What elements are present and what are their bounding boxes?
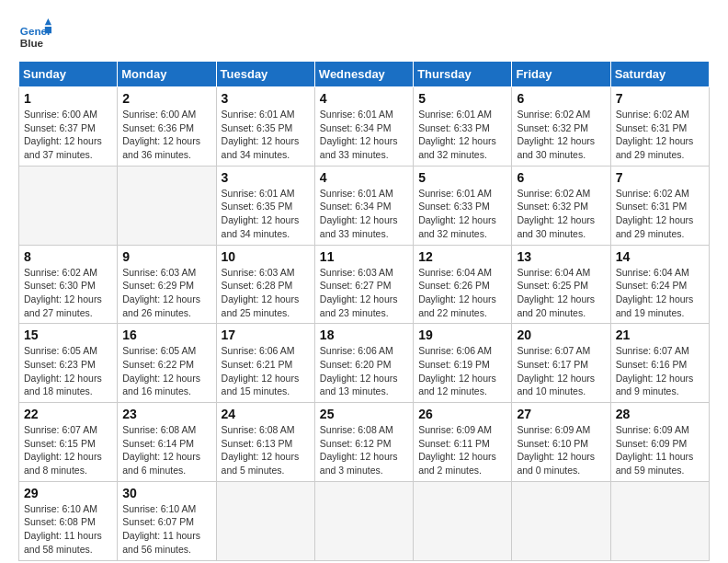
calendar-cell (512, 481, 610, 560)
calendar-cell: 11Sunrise: 6:03 AMSunset: 6:27 PMDayligh… (314, 245, 413, 324)
day-info: Sunrise: 6:01 AMSunset: 6:35 PMDaylight:… (222, 187, 310, 241)
calendar-cell (610, 481, 709, 560)
day-number: 13 (517, 249, 605, 264)
calendar-cell: 4Sunrise: 6:01 AMSunset: 6:34 PMDaylight… (314, 87, 413, 167)
calendar-cell: 9Sunrise: 6:03 AMSunset: 6:29 PMDaylight… (118, 245, 216, 324)
calendar-header-row: SundayMondayTuesdayWednesdayThursdayFrid… (19, 62, 710, 87)
day-info: Sunrise: 6:05 AMSunset: 6:22 PMDaylight:… (122, 344, 210, 398)
calendar-row: 1Sunrise: 6:00 AMSunset: 6:37 PMDaylight… (19, 87, 710, 167)
day-info: Sunrise: 6:06 AMSunset: 6:21 PMDaylight:… (222, 344, 310, 398)
day-info: Sunrise: 6:02 AMSunset: 6:32 PMDaylight:… (517, 108, 605, 162)
day-number: 18 (320, 327, 408, 342)
calendar-cell: 6Sunrise: 6:02 AMSunset: 6:32 PMDaylight… (512, 87, 610, 167)
day-number: 26 (418, 407, 506, 421)
day-info: Sunrise: 6:01 AMSunset: 6:33 PMDaylight:… (418, 108, 506, 162)
calendar-cell: 21Sunrise: 6:07 AMSunset: 6:16 PMDayligh… (610, 324, 709, 403)
day-info: Sunrise: 6:08 AMSunset: 6:13 PMDaylight:… (222, 423, 310, 477)
day-number: 3 (222, 170, 310, 185)
calendar-cell: 8Sunrise: 6:02 AMSunset: 6:30 PMDaylight… (19, 245, 118, 324)
calendar-cell: 5Sunrise: 6:01 AMSunset: 6:33 PMDaylight… (414, 87, 512, 167)
calendar-cell: 29Sunrise: 6:10 AMSunset: 6:08 PMDayligh… (19, 481, 118, 560)
calendar-row: 22Sunrise: 6:07 AMSunset: 6:15 PMDayligh… (19, 403, 710, 482)
day-info: Sunrise: 6:04 AMSunset: 6:25 PMDaylight:… (517, 266, 605, 320)
day-info: Sunrise: 6:08 AMSunset: 6:12 PMDaylight:… (320, 423, 408, 477)
day-info: Sunrise: 6:09 AMSunset: 6:10 PMDaylight:… (517, 423, 605, 477)
calendar-cell: 1Sunrise: 6:00 AMSunset: 6:37 PMDaylight… (19, 87, 118, 167)
calendar-cell (19, 166, 118, 245)
calendar-cell: 7Sunrise: 6:02 AMSunset: 6:31 PMDaylight… (610, 87, 709, 167)
day-number: 16 (122, 327, 210, 342)
day-info: Sunrise: 6:05 AMSunset: 6:23 PMDaylight:… (24, 344, 112, 398)
calendar-row: 15Sunrise: 6:05 AMSunset: 6:23 PMDayligh… (19, 324, 710, 403)
calendar-cell: 12Sunrise: 6:04 AMSunset: 6:26 PMDayligh… (414, 245, 512, 324)
day-info: Sunrise: 6:07 AMSunset: 6:17 PMDaylight:… (517, 344, 605, 398)
day-info: Sunrise: 6:06 AMSunset: 6:19 PMDaylight:… (418, 344, 506, 398)
calendar-cell: 13Sunrise: 6:04 AMSunset: 6:25 PMDayligh… (512, 245, 610, 324)
calendar-cell: 27Sunrise: 6:09 AMSunset: 6:10 PMDayligh… (512, 403, 610, 482)
logo-icon: General Blue (18, 18, 51, 52)
calendar-cell: 15Sunrise: 6:05 AMSunset: 6:23 PMDayligh… (19, 324, 118, 403)
day-info: Sunrise: 6:02 AMSunset: 6:31 PMDaylight:… (616, 108, 704, 162)
calendar-row: 3Sunrise: 6:01 AMSunset: 6:35 PMDaylight… (19, 166, 710, 245)
day-number: 7 (616, 91, 704, 106)
calendar-cell: 18Sunrise: 6:06 AMSunset: 6:20 PMDayligh… (314, 324, 413, 403)
day-number: 22 (24, 407, 112, 421)
calendar-cell (414, 481, 512, 560)
day-number: 7 (616, 170, 704, 185)
day-number: 10 (222, 249, 310, 264)
svg-marker-3 (45, 27, 51, 33)
calendar-cell: 10Sunrise: 6:03 AMSunset: 6:28 PMDayligh… (216, 245, 314, 324)
calendar-cell: 24Sunrise: 6:08 AMSunset: 6:13 PMDayligh… (216, 403, 314, 482)
calendar-cell: 22Sunrise: 6:07 AMSunset: 6:15 PMDayligh… (19, 403, 118, 482)
day-info: Sunrise: 6:04 AMSunset: 6:26 PMDaylight:… (418, 266, 506, 320)
day-number: 5 (418, 91, 506, 106)
calendar-row: 29Sunrise: 6:10 AMSunset: 6:08 PMDayligh… (19, 481, 710, 560)
column-header-monday: Monday (118, 62, 216, 87)
day-info: Sunrise: 6:03 AMSunset: 6:27 PMDaylight:… (320, 266, 408, 320)
calendar-cell: 20Sunrise: 6:07 AMSunset: 6:17 PMDayligh… (512, 324, 610, 403)
calendar-cell: 25Sunrise: 6:08 AMSunset: 6:12 PMDayligh… (314, 403, 413, 482)
calendar-body: 1Sunrise: 6:00 AMSunset: 6:37 PMDaylight… (19, 87, 710, 561)
day-info: Sunrise: 6:09 AMSunset: 6:11 PMDaylight:… (418, 423, 506, 477)
calendar-cell: 14Sunrise: 6:04 AMSunset: 6:24 PMDayligh… (610, 245, 709, 324)
day-number: 27 (517, 407, 605, 421)
day-number: 9 (122, 249, 210, 264)
calendar-table: SundayMondayTuesdayWednesdayThursdayFrid… (18, 61, 710, 561)
calendar-cell: 6Sunrise: 6:02 AMSunset: 6:32 PMDaylight… (512, 166, 610, 245)
column-header-tuesday: Tuesday (216, 62, 314, 87)
day-info: Sunrise: 6:00 AMSunset: 6:36 PMDaylight:… (122, 108, 210, 162)
day-info: Sunrise: 6:03 AMSunset: 6:29 PMDaylight:… (122, 266, 210, 320)
day-info: Sunrise: 6:02 AMSunset: 6:32 PMDaylight:… (517, 187, 605, 241)
day-number: 25 (320, 407, 408, 421)
calendar-cell: 16Sunrise: 6:05 AMSunset: 6:22 PMDayligh… (118, 324, 216, 403)
calendar-cell: 17Sunrise: 6:06 AMSunset: 6:21 PMDayligh… (216, 324, 314, 403)
calendar-cell: 2Sunrise: 6:00 AMSunset: 6:36 PMDaylight… (118, 87, 216, 167)
day-info: Sunrise: 6:02 AMSunset: 6:30 PMDaylight:… (24, 266, 112, 320)
calendar-cell (216, 481, 314, 560)
day-number: 28 (616, 407, 704, 421)
column-header-friday: Friday (512, 62, 610, 87)
day-info: Sunrise: 6:09 AMSunset: 6:09 PMDaylight:… (616, 423, 704, 477)
day-number: 17 (222, 327, 310, 342)
day-number: 19 (418, 327, 506, 342)
day-info: Sunrise: 6:10 AMSunset: 6:07 PMDaylight:… (122, 502, 210, 557)
calendar-cell: 5Sunrise: 6:01 AMSunset: 6:33 PMDaylight… (414, 166, 512, 245)
logo: General Blue (18, 18, 51, 52)
day-info: Sunrise: 6:01 AMSunset: 6:35 PMDaylight:… (222, 108, 310, 162)
calendar-cell: 26Sunrise: 6:09 AMSunset: 6:11 PMDayligh… (414, 403, 512, 482)
day-number: 4 (320, 91, 408, 106)
calendar-cell (118, 166, 216, 245)
calendar-cell: 23Sunrise: 6:08 AMSunset: 6:14 PMDayligh… (118, 403, 216, 482)
header: General Blue (18, 18, 710, 52)
day-number: 24 (222, 407, 310, 421)
day-info: Sunrise: 6:04 AMSunset: 6:24 PMDaylight:… (616, 266, 704, 320)
day-info: Sunrise: 6:07 AMSunset: 6:15 PMDaylight:… (24, 423, 112, 477)
day-number: 3 (222, 91, 310, 106)
calendar-cell: 19Sunrise: 6:06 AMSunset: 6:19 PMDayligh… (414, 324, 512, 403)
day-number: 29 (24, 486, 112, 500)
column-header-thursday: Thursday (414, 62, 512, 87)
day-info: Sunrise: 6:02 AMSunset: 6:31 PMDaylight:… (616, 187, 704, 241)
day-number: 23 (122, 407, 210, 421)
day-number: 8 (24, 249, 112, 264)
calendar-cell: 3Sunrise: 6:01 AMSunset: 6:35 PMDaylight… (216, 87, 314, 167)
